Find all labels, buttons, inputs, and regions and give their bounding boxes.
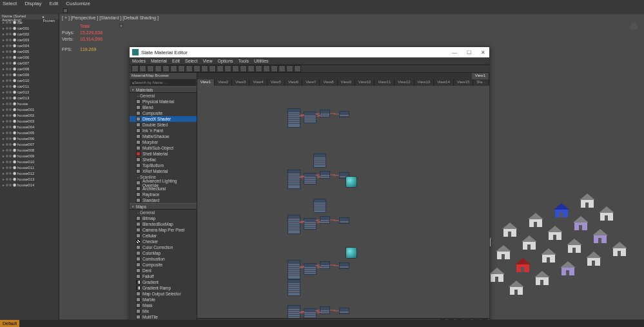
material-item[interactable]: Physical Material [130, 99, 197, 104]
toolbar-button[interactable] [193, 65, 200, 72]
material-node[interactable] [320, 261, 330, 269]
hierarchy-item[interactable]: ▸ ⬣ house001 [0, 106, 59, 112]
hierarchy-item[interactable]: ▸ ⬣ car001 [0, 25, 59, 31]
material-node[interactable] [304, 263, 317, 275]
material-item[interactable]: Cellular [130, 233, 197, 239]
hierarchy-item[interactable]: ▸ ⬣ car009 [0, 72, 59, 77]
view-tab[interactable]: View8 [320, 79, 337, 86]
toolbar-button[interactable] [232, 65, 239, 72]
hierarchy-item[interactable]: ▸ ⬣ house012 [0, 170, 59, 176]
material-item[interactable]: Shellac [130, 157, 197, 163]
view-tab[interactable]: View12 [395, 79, 415, 86]
hierarchy-item[interactable]: ▸ ⬣ car004 [0, 43, 59, 48]
material-item[interactable]: Shell Material [130, 151, 197, 157]
material-item[interactable]: Combustion [130, 256, 197, 262]
toolbar-button[interactable] [162, 65, 170, 72]
material-node[interactable] [304, 218, 317, 230]
toolbar-button[interactable] [294, 65, 301, 72]
active-view-dropdown[interactable]: View1 [472, 73, 489, 79]
toolbar-button[interactable] [170, 65, 177, 72]
hierarchy-item[interactable]: ▸ ⬣ house [0, 101, 59, 106]
material-item[interactable]: Multi/Sub-Object [130, 145, 197, 151]
view-tab[interactable]: View13 [415, 79, 434, 86]
hierarchy-item[interactable]: ▸ ⬣ house011 [0, 164, 59, 170]
toolbar-button[interactable] [240, 65, 247, 72]
view-tab[interactable]: View6 [285, 79, 302, 86]
view-tab[interactable]: View14 [434, 79, 454, 86]
material-item[interactable]: Ink 'n Paint [130, 128, 197, 134]
hierarchy-item[interactable]: ▸ ⬣ house005 [0, 130, 59, 135]
close-panel-icon[interactable]: × [119, 23, 124, 28]
material-item[interactable]: Color Correction [130, 244, 197, 250]
hierarchy-item[interactable]: ▸ ⬣ car005 [0, 48, 59, 54]
toolbar-button[interactable] [186, 65, 193, 72]
material-item[interactable]: Blend [130, 104, 197, 110]
category-header[interactable]: Maps [130, 203, 197, 210]
material-node[interactable] [339, 217, 349, 224]
toolbar-button[interactable] [217, 65, 224, 72]
viewport-label[interactable]: [ + ] [Perspective ] [Standard ] [Defaul… [62, 15, 159, 20]
material-item[interactable]: Camera Map Per Pixel [130, 227, 197, 233]
material-item[interactable]: Composite [130, 110, 197, 116]
material-item[interactable]: Map Output Selector [130, 291, 197, 297]
hierarchy-item[interactable]: ▸ ⬣ car [0, 19, 59, 25]
material-list[interactable]: Materials- GeneralPhysical MaterialBlend… [130, 86, 197, 326]
hierarchy-item[interactable]: ▸ ⬣ car012 [0, 89, 59, 95]
view-tab[interactable]: View3 [232, 79, 249, 86]
toolbar-button[interactable] [271, 65, 278, 72]
material-item[interactable]: Gradient [130, 279, 197, 285]
view-tab[interactable]: View4 [249, 79, 267, 86]
view-tab[interactable]: View15 [454, 79, 474, 86]
material-node[interactable] [288, 305, 300, 318]
toolbar-button[interactable] [147, 65, 154, 72]
material-node[interactable] [304, 112, 317, 123]
material-item[interactable]: Advanced Lighting Override [130, 180, 197, 186]
maximize-icon[interactable]: ☐ [465, 50, 473, 55]
menu-display[interactable]: Display [24, 1, 41, 6]
material-item[interactable]: BlendedBoxMap [130, 221, 197, 227]
hierarchy-item[interactable]: ▸ ⬣ house013 [0, 176, 59, 182]
hierarchy-item[interactable]: ▸ ⬣ car006 [0, 54, 59, 60]
sme-menu-material[interactable]: Material [151, 59, 167, 63]
toolbar-button[interactable] [278, 65, 286, 72]
material-item[interactable]: Gradient Ramp [130, 285, 197, 291]
node-canvas[interactable] [197, 86, 489, 318]
material-item[interactable]: Raytrace [130, 192, 197, 197]
material-node[interactable] [288, 170, 300, 189]
material-node[interactable] [288, 108, 300, 128]
toolbar-button[interactable] [209, 65, 216, 72]
minimize-icon[interactable]: — [451, 50, 458, 55]
material-item[interactable]: Double Sided [130, 122, 197, 128]
hierarchy-item[interactable]: ▸ ⬣ car008 [0, 66, 59, 72]
hierarchy-item[interactable]: ▸ ⬣ house009 [0, 153, 59, 159]
view-tab[interactable]: View5 [268, 79, 285, 86]
material-item[interactable]: Mask [130, 302, 197, 308]
sme-menu-select[interactable]: Select [185, 59, 197, 63]
sme-menu-modes[interactable]: Modes [132, 59, 146, 63]
material-preview[interactable] [346, 176, 357, 188]
material-node[interactable] [304, 308, 317, 318]
sme-menu-options[interactable]: Options [218, 59, 233, 63]
view-tab[interactable]: View9 [338, 79, 355, 86]
sme-menu-edit[interactable]: Edit [172, 59, 180, 63]
scene-explorer-header[interactable]: Name (Sorted Ascending) ▸ Frozen [0, 14, 59, 19]
sme-titlebar[interactable]: Slate Material Editor — ☐ ✕ [130, 47, 489, 57]
material-node[interactable] [320, 216, 330, 224]
toolbar-button[interactable] [263, 65, 270, 72]
material-item[interactable]: Standard [130, 197, 197, 203]
hierarchy-item[interactable]: ▸ ⬣ house014 [0, 182, 59, 188]
hierarchy-item[interactable]: ▸ ⬣ house003 [0, 118, 59, 124]
material-item[interactable]: Checker [130, 239, 197, 244]
subcategory[interactable]: - General [130, 210, 197, 215]
toolbar-button[interactable] [248, 65, 255, 72]
menu-select[interactable]: Select [3, 1, 17, 6]
hierarchy-item[interactable]: ▸ ⬣ car007 [0, 60, 59, 66]
view-tab[interactable]: View7 [302, 79, 320, 86]
view-tab[interactable]: View10 [355, 79, 375, 86]
hierarchy-item[interactable]: ▸ ⬣ house006 [0, 135, 59, 141]
view-tab[interactable]: View1 [197, 79, 215, 86]
hierarchy-item[interactable]: ▸ ⬣ house002 [0, 112, 59, 118]
material-item[interactable]: XRef Material [130, 168, 197, 174]
material-item[interactable]: Dent [130, 268, 197, 273]
material-item[interactable]: DirectX Shader [130, 116, 197, 122]
